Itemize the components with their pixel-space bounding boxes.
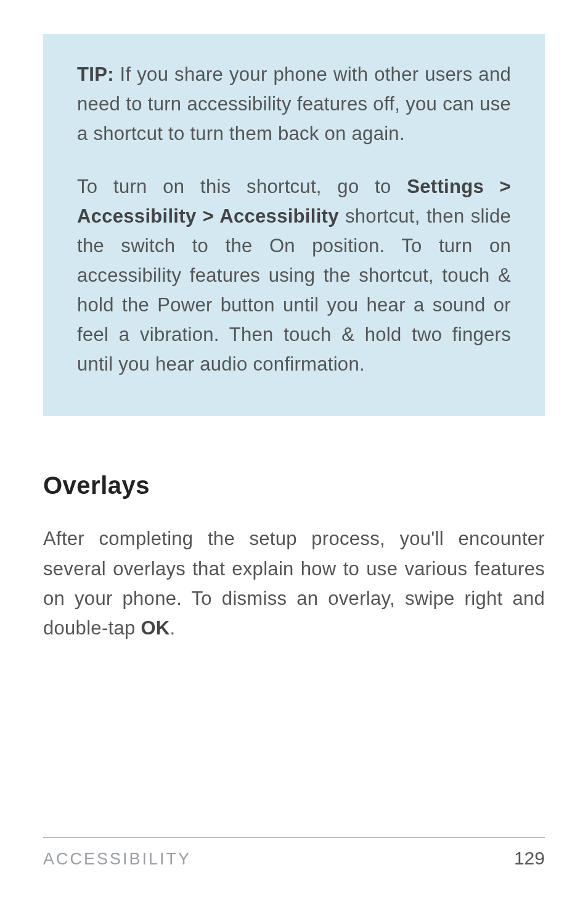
footer-page-number: 129 (514, 848, 545, 869)
section-heading-overlays: Overlays (43, 472, 545, 499)
tip-text-1: If you share your phone with other users… (77, 64, 511, 144)
tip-paragraph-2: To turn on this shortcut, go to Settings… (77, 172, 511, 379)
page-footer: ACCESSIBILITY 129 (43, 837, 545, 869)
tip-text-2-before: To turn on this shortcut, go to (77, 176, 407, 197)
document-page: TIP: If you share your phone with other … (0, 0, 588, 907)
tip-paragraph-1: TIP: If you share your phone with other … (77, 60, 511, 149)
footer-section-label: ACCESSIBILITY (43, 850, 191, 869)
overlays-ok-bold: OK (141, 617, 169, 639)
tip-label: TIP: (77, 64, 114, 85)
overlays-body-paragraph: After completing the setup process, you'… (43, 524, 545, 642)
overlays-text-after: . (170, 617, 176, 639)
tip-text-2-after: shortcut, then slide the switch to the O… (77, 205, 511, 375)
overlays-text-before: After completing the setup process, you'… (43, 528, 545, 638)
tip-callout-box: TIP: If you share your phone with other … (43, 34, 545, 416)
